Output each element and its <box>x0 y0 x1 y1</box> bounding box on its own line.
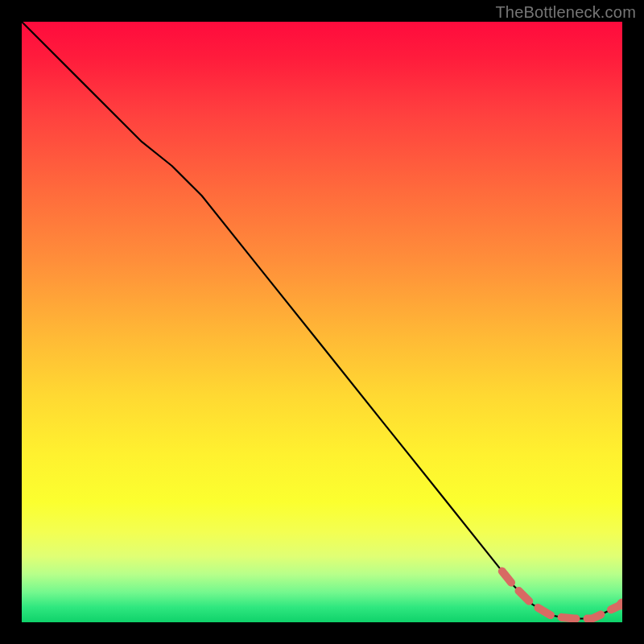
watermark-label: TheBottleneck.com <box>495 3 636 22</box>
plot-area <box>22 22 622 622</box>
chart-svg <box>22 22 622 622</box>
bottleneck-curve <box>22 22 622 619</box>
chart-stage: TheBottleneck.com <box>0 0 644 644</box>
highlighted-range-line <box>502 572 622 619</box>
